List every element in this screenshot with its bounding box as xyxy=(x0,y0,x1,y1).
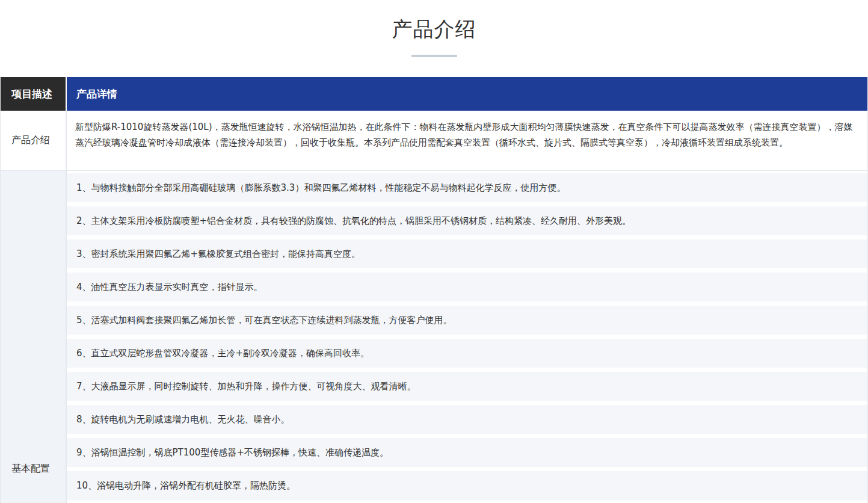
row-label-basic-config: 基本配置 xyxy=(1,171,67,503)
product-detail-table: 项目描述 产品详情 产品介绍 新型防爆R-1010旋转蒸发器(10L)，蒸发瓶恒… xyxy=(0,77,868,503)
config-list-item: 7、大液晶显示屏，同时控制旋转、加热和升降，操作方便、可视角度大、观看清晰。 xyxy=(67,372,867,401)
config-list-item: 2、主体支架采用冷板防腐喷塑+铝合金材质，具有较强的防腐蚀、抗氧化的特点，锅胆采… xyxy=(67,206,867,235)
config-list-item: 5、活塞式加料阀套接聚四氟乙烯加长管，可在真空状态下连续进料到蒸发瓶，方便客户使… xyxy=(67,306,867,335)
config-list-item: 3、密封系统采用聚四氟乙烯+氟橡胶复式组合密封，能保持高真空度。 xyxy=(67,239,867,268)
config-list-item: 6、直立式双层蛇形盘管双冷凝器，主冷+副冷双冷凝器，确保高回收率。 xyxy=(67,339,867,368)
table-row-product-intro: 产品介绍 新型防爆R-1010旋转蒸发器(10L)，蒸发瓶恒速旋转，水浴锅恒温加… xyxy=(1,111,867,171)
basic-config-list: 1、与物料接触部分全部采用高硼硅玻璃（膨胀系数3.3）和聚四氟乙烯材料，性能稳定… xyxy=(67,171,867,503)
config-list-item: 8、旋转电机为无刷减速增力电机、无火花、噪音小。 xyxy=(67,405,867,434)
table-row-basic-config: 基本配置 1、与物料接触部分全部采用高硼硅玻璃（膨胀系数3.3）和聚四氟乙烯材料… xyxy=(1,171,867,503)
product-intro-paragraph: 新型防爆R-1010旋转蒸发器(10L)，蒸发瓶恒速旋转，水浴锅恒温加热，在此条… xyxy=(67,111,867,170)
column-header-product-detail: 产品详情 xyxy=(67,77,867,111)
title-divider xyxy=(411,55,457,57)
row-label-product-intro: 产品介绍 xyxy=(1,111,67,170)
column-header-project-description: 项目描述 xyxy=(1,77,67,111)
product-intro-page: 产品介绍 项目描述 产品详情 产品介绍 新型防爆R-1010旋转蒸发器(10L)… xyxy=(0,0,868,503)
config-list-item: 1、与物料接触部分全部采用高硼硅玻璃（膨胀系数3.3）和聚四氟乙烯材料，性能稳定… xyxy=(67,173,867,202)
table-header-row: 项目描述 产品详情 xyxy=(1,77,867,111)
config-list-item: 9、浴锅恒温控制，锅底PT100型传感器+不锈钢探棒，快速、准确传递温度。 xyxy=(67,438,867,467)
config-list-item: 10、浴锅电动升降，浴锅外配有机硅胶罩，隔热防烫。 xyxy=(67,471,867,500)
config-list-item: 4、油性真空压力表显示实时真空，指针显示。 xyxy=(67,273,867,301)
page-title: 产品介绍 xyxy=(0,16,868,42)
